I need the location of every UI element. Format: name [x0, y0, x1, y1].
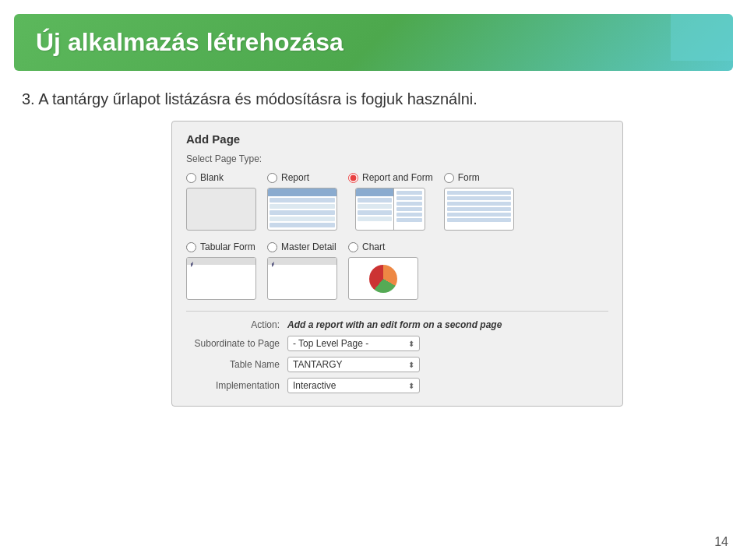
table-name-label: Table Name	[186, 359, 287, 370]
radio-report-and-form[interactable]	[348, 173, 358, 183]
implementation-select-arrow: ⬍	[408, 382, 414, 390]
thumbnail-tabular-form	[186, 257, 256, 300]
table-name-row: Table Name TANTARGY ⬍	[186, 357, 608, 372]
action-row: Action: Add a report with an edit form o…	[186, 319, 608, 330]
subordinate-value: - Top Level Page -	[293, 338, 368, 349]
implementation-row: Implementation Interactive ⬍	[186, 378, 608, 393]
subordinate-row: Subordinate to Page - Top Level Page - ⬍	[186, 336, 608, 351]
header-bar: Új alkalmazás létrehozása	[14, 14, 733, 71]
page-number: 14	[714, 535, 728, 549]
page-type-row1: Blank Report	[186, 172, 608, 231]
radio-chart[interactable]	[348, 242, 358, 252]
label-tabular-form: Tabular Form	[200, 241, 255, 252]
page-type-chart[interactable]: Chart	[348, 241, 418, 300]
thumbnail-blank	[186, 188, 256, 231]
page-type-form[interactable]: Form	[444, 172, 514, 231]
implementation-value: Interactive	[293, 380, 336, 391]
action-label: Action:	[186, 319, 287, 330]
page-type-blank[interactable]: Blank	[186, 172, 256, 231]
select-page-type-label: Select Page Type:	[186, 153, 608, 164]
label-master-detail: Master Detail	[281, 241, 337, 252]
thumbnail-report	[267, 188, 337, 231]
label-report-and-form: Report and Form	[362, 172, 433, 183]
implementation-select[interactable]: Interactive ⬍	[287, 378, 420, 393]
implementation-label: Implementation	[186, 380, 287, 391]
radio-form[interactable]	[444, 173, 454, 183]
thumbnail-report-and-form	[355, 188, 425, 231]
radio-tabular-form[interactable]	[186, 242, 196, 252]
action-value: Add a report with an edit form on a seco…	[287, 319, 502, 330]
page-type-row2: Tabular Form Master Detail	[186, 241, 608, 300]
page-type-master-detail[interactable]: Master Detail	[267, 241, 337, 300]
page-type-tabular-form[interactable]: Tabular Form	[186, 241, 256, 300]
pie-chart-icon	[369, 265, 397, 293]
label-blank: Blank	[200, 172, 224, 183]
page-type-report[interactable]: Report	[267, 172, 337, 231]
label-report: Report	[281, 172, 309, 183]
radio-master-detail[interactable]	[267, 242, 277, 252]
subordinate-select-arrow: ⬍	[408, 340, 414, 348]
subtitle-text: 3. A tantárgy űrlapot listázásra és módo…	[22, 88, 725, 110]
subordinate-label: Subordinate to Page	[186, 338, 287, 349]
label-chart: Chart	[362, 241, 385, 252]
table-name-select-arrow: ⬍	[408, 361, 414, 369]
label-form: Form	[458, 172, 480, 183]
table-name-value: TANTARGY	[293, 359, 343, 370]
add-page-dialog: Add Page Select Page Type: Blank Report	[171, 121, 623, 407]
page-title: Új alkalmazás létrehozása	[36, 28, 344, 56]
form-fields: Action: Add a report with an edit form o…	[186, 311, 608, 393]
subordinate-select[interactable]: - Top Level Page - ⬍	[287, 336, 420, 351]
radio-report[interactable]	[267, 173, 277, 183]
thumbnail-form	[444, 188, 514, 231]
table-name-select[interactable]: TANTARGY ⬍	[287, 357, 420, 372]
thumbnail-master-detail	[267, 257, 337, 300]
page-type-report-and-form[interactable]: Report and Form	[348, 172, 433, 231]
thumbnail-chart	[348, 257, 418, 300]
radio-blank[interactable]	[186, 173, 196, 183]
dialog-title: Add Page	[186, 132, 608, 146]
